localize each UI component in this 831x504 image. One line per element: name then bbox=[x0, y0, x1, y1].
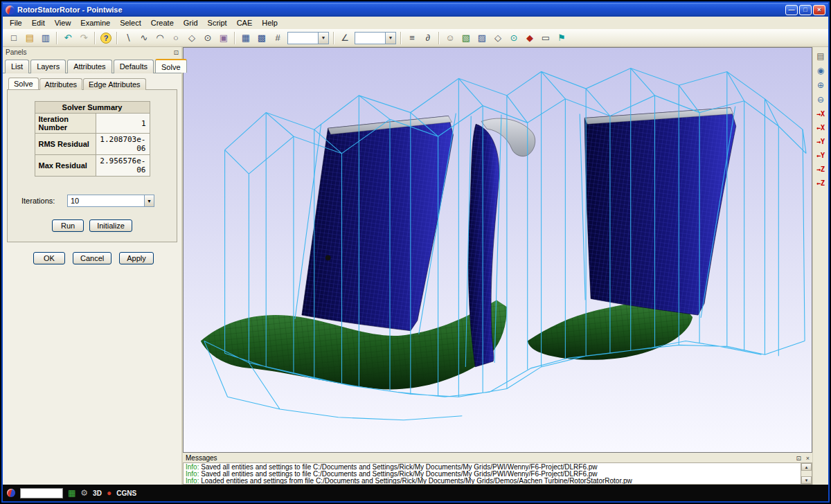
view-toolbar: ▤ ◉ ⊕ ⊖ →X ←X →Y ←Y →Z ←Z bbox=[812, 47, 828, 485]
database-icon[interactable]: ▣ bbox=[216, 30, 231, 45]
view-plus-y-button[interactable]: →Y bbox=[814, 136, 828, 147]
apply-button[interactable]: Apply bbox=[119, 252, 154, 264]
maximize-button[interactable]: □ bbox=[799, 5, 812, 15]
curve-tool-icon[interactable]: ∿ bbox=[136, 30, 152, 45]
center-column: Messages ⊡ × Info: Saved all entities an… bbox=[183, 47, 812, 485]
menu-examine[interactable]: Examine bbox=[75, 17, 115, 28]
cae-ball-icon: ● bbox=[107, 488, 111, 498]
menu-edit[interactable]: Edit bbox=[27, 17, 50, 28]
float-panel-icon[interactable]: ⊡ bbox=[796, 455, 801, 462]
view-plus-z-button[interactable]: →Z bbox=[814, 163, 828, 175]
view-minus-z-button[interactable]: ←Z bbox=[814, 177, 828, 189]
angle-icon[interactable]: ∠ bbox=[337, 30, 352, 45]
menu-select[interactable]: Select bbox=[115, 17, 146, 28]
turbine-scene bbox=[184, 48, 812, 452]
command-input[interactable] bbox=[20, 488, 63, 498]
tab-solve[interactable]: Solve bbox=[155, 59, 187, 73]
new-file-icon[interactable]: □ bbox=[6, 30, 21, 45]
titlebar[interactable]: RotorStatorRotor - Pointwise — □ × bbox=[3, 3, 828, 17]
flag-icon[interactable]: ⚑ bbox=[554, 30, 569, 45]
tab-layers[interactable]: Layers bbox=[30, 60, 66, 73]
panels-title: Panels bbox=[6, 48, 27, 56]
segment-tool-icon[interactable]: ∖ bbox=[120, 30, 136, 45]
toolbar-separator bbox=[234, 32, 235, 44]
subtab-edge-attributes[interactable]: Edge Attributes bbox=[83, 78, 146, 90]
iterations-label: Iterations: bbox=[21, 197, 67, 205]
mask-point-icon[interactable]: ◆ bbox=[522, 30, 537, 45]
zoom-out-icon[interactable]: ⊖ bbox=[814, 93, 828, 106]
chevron-down-icon[interactable]: ▼ bbox=[318, 33, 328, 44]
solve-frame: Solver Summary Iteration Number 1 RMS Re… bbox=[7, 89, 177, 242]
conic-tool-icon[interactable]: ◇ bbox=[184, 30, 199, 45]
menu-create[interactable]: Create bbox=[146, 17, 179, 28]
open-file-icon[interactable]: ▤ bbox=[22, 30, 37, 45]
save-file-icon[interactable]: ▥ bbox=[38, 30, 53, 45]
scroll-up-icon[interactable]: ▲ bbox=[801, 463, 812, 471]
3d-viewport[interactable] bbox=[183, 47, 812, 453]
menu-view[interactable]: View bbox=[50, 17, 76, 28]
tab-defaults[interactable]: Defaults bbox=[114, 60, 154, 73]
menu-script[interactable]: Script bbox=[203, 17, 232, 28]
initialize-button[interactable]: Initialize bbox=[89, 219, 132, 232]
mask-database-icon[interactable]: ☺ bbox=[443, 30, 458, 45]
structured-grid-icon[interactable]: ▦ bbox=[238, 30, 253, 45]
run-button[interactable]: Run bbox=[52, 219, 84, 232]
mask-node-icon[interactable]: ⊙ bbox=[506, 30, 521, 45]
dimension-icon[interactable]: # bbox=[270, 30, 285, 45]
circle-tool-icon[interactable]: ○ bbox=[168, 30, 184, 45]
rms-residual-label: RMS Residual bbox=[35, 134, 96, 155]
view-minus-y-button[interactable]: ←Y bbox=[814, 150, 828, 161]
messages-title: Messages bbox=[186, 454, 217, 462]
examine-icon[interactable]: ◉ bbox=[814, 64, 828, 77]
derivative-icon[interactable]: ∂ bbox=[420, 30, 436, 45]
statusbar: ▦ ⚙ 3D ● CGNS bbox=[3, 485, 828, 501]
toolbar-separator bbox=[94, 32, 96, 44]
message-log: Info: Saved all entities and settings to… bbox=[183, 462, 812, 485]
point-tool-icon[interactable]: ⊙ bbox=[200, 30, 215, 45]
toolbar-separator bbox=[438, 32, 440, 44]
close-panel-icon[interactable]: × bbox=[806, 455, 810, 462]
solver-summary-table: Solver Summary Iteration Number 1 RMS Re… bbox=[35, 101, 150, 177]
view-minus-x-button[interactable]: ←X bbox=[814, 122, 828, 134]
max-residual-value: 2.956576e-06 bbox=[96, 155, 150, 177]
mask-connector-icon[interactable]: ◇ bbox=[490, 30, 506, 45]
app-status-icon bbox=[7, 489, 15, 497]
tab-list[interactable]: List bbox=[5, 60, 29, 73]
close-button[interactable]: × bbox=[813, 5, 825, 15]
mask-domain-icon[interactable]: ▧ bbox=[458, 30, 474, 45]
angle-combo[interactable]: ▼ bbox=[355, 32, 396, 44]
mask-block-icon[interactable]: ▨ bbox=[474, 30, 490, 45]
panel-toggle-icon[interactable]: ▤ bbox=[814, 50, 828, 62]
menu-cae[interactable]: CAE bbox=[232, 17, 258, 28]
toolbar-separator bbox=[116, 32, 118, 44]
messages-panel: Messages ⊡ × Info: Saved all entities an… bbox=[183, 453, 812, 485]
copy-icon[interactable]: ≡ bbox=[404, 30, 420, 45]
chevron-down-icon[interactable]: ▼ bbox=[385, 33, 395, 44]
subtab-attributes[interactable]: Attributes bbox=[39, 78, 82, 90]
log-line: Info: Loaded entities and settings from … bbox=[186, 478, 799, 485]
minimize-button[interactable]: — bbox=[785, 5, 798, 15]
messages-scrollbar[interactable]: ▲ ▼ bbox=[801, 463, 812, 484]
undo-icon[interactable]: ↶ bbox=[60, 30, 75, 45]
mask-spacing-icon[interactable]: ▭ bbox=[538, 30, 553, 45]
arc-tool-icon[interactable]: ◠ bbox=[152, 30, 168, 45]
float-panel-icon[interactable]: ⊡ bbox=[173, 49, 179, 56]
point-marker bbox=[325, 255, 331, 260]
chevron-down-icon[interactable]: ▼ bbox=[144, 195, 154, 206]
zoom-in-icon[interactable]: ⊕ bbox=[814, 79, 828, 91]
tab-attributes[interactable]: Attributes bbox=[67, 60, 111, 73]
iterations-input[interactable]: 10 ▼ bbox=[67, 195, 154, 207]
menu-help[interactable]: Help bbox=[257, 17, 283, 28]
dimension-combo[interactable]: ▼ bbox=[287, 32, 329, 44]
redo-icon: ↷ bbox=[76, 30, 91, 45]
scroll-down-icon[interactable]: ▼ bbox=[801, 476, 812, 484]
menu-grid[interactable]: Grid bbox=[179, 17, 203, 28]
tool-status-icon: ⚙ bbox=[80, 488, 88, 498]
help-icon[interactable]: ? bbox=[98, 30, 114, 45]
cancel-button[interactable]: Cancel bbox=[73, 252, 111, 264]
hybrid-grid-icon[interactable]: ▩ bbox=[254, 30, 269, 45]
subtab-solve[interactable]: Solve bbox=[8, 78, 39, 89]
menu-file[interactable]: File bbox=[5, 17, 27, 28]
view-plus-x-button[interactable]: →X bbox=[814, 108, 828, 120]
ok-button[interactable]: OK bbox=[33, 252, 65, 264]
